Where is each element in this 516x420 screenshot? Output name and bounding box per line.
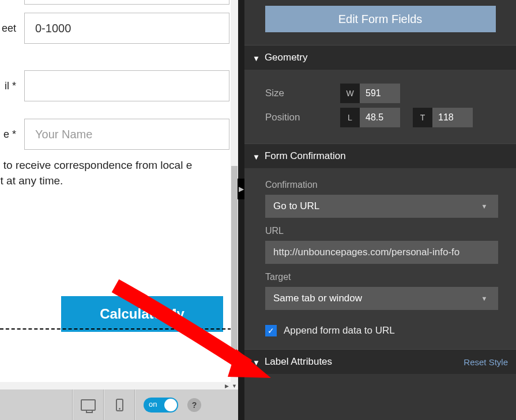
- form-container: ns eet il * e * e to receive corresponde…: [0, 0, 236, 188]
- mobile-view-button[interactable]: [104, 389, 135, 420]
- disclaimer-text: e to receive correspondence from local e…: [0, 158, 229, 188]
- toggle-label: on: [149, 400, 157, 408]
- append-data-row: ✓ Append form data to URL: [265, 325, 506, 336]
- desktop-icon: [81, 399, 96, 411]
- position-label: Position: [265, 112, 340, 123]
- select-value: Go to URL: [273, 200, 319, 212]
- section-title: Geometry: [265, 52, 308, 63]
- left-tag: L: [340, 108, 360, 127]
- name-input[interactable]: [24, 119, 229, 150]
- toggle-container: on ?: [135, 389, 244, 420]
- chevron-down-icon: ▼: [253, 54, 260, 63]
- help-button[interactable]: ?: [187, 398, 201, 412]
- caret-down-icon: ▼: [477, 195, 491, 218]
- mobile-icon: [116, 399, 123, 411]
- section-boundary: [0, 328, 231, 330]
- top-field: T: [413, 108, 473, 127]
- chevron-down-icon: ▼: [253, 153, 260, 161]
- toggle-knob: [164, 399, 177, 411]
- width-tag: W: [340, 84, 360, 103]
- form-row: eet: [0, 13, 229, 44]
- select-value: Same tab or window: [273, 293, 362, 304]
- geometry-body: Size W Position L T: [244, 70, 516, 143]
- form-row: il *: [0, 70, 229, 101]
- confirmation-select[interactable]: Go to URL ▼: [265, 195, 498, 218]
- top-input[interactable]: [432, 108, 473, 127]
- form-canvas: ns eet il * e * e to receive corresponde…: [0, 0, 244, 420]
- visibility-toggle[interactable]: on: [144, 398, 178, 413]
- panel-divider: ▶: [238, 0, 244, 420]
- field-label: eet: [0, 22, 16, 35]
- text-input[interactable]: [24, 13, 229, 44]
- field-label: il *: [0, 80, 16, 92]
- section-title: Label Attributes: [265, 356, 332, 368]
- toolbar-spacer: [0, 389, 73, 420]
- scroll-right-icon[interactable]: ▶: [223, 382, 231, 389]
- text-input[interactable]: [24, 0, 229, 5]
- left-input[interactable]: [360, 108, 400, 127]
- disclaimer-line: nt at any time.: [0, 173, 229, 189]
- calculate-button[interactable]: Calculate My: [61, 296, 223, 332]
- reset-style-link[interactable]: Reset Style: [464, 357, 508, 367]
- width-input[interactable]: [360, 84, 400, 103]
- section-header-label-attrs[interactable]: ▼ Label Attributes Reset Style: [244, 349, 516, 374]
- properties-panel: Edit Form Fields ▼ Geometry Size W Posit…: [244, 0, 516, 420]
- horizontal-scrollbar[interactable]: ▶: [0, 382, 231, 389]
- url-label: URL: [265, 226, 506, 236]
- form-row: e *: [0, 119, 229, 150]
- device-toolbar: on ?: [0, 389, 244, 420]
- width-field: W: [340, 84, 400, 103]
- section-header-confirmation[interactable]: ▼ Form Confirmation: [244, 143, 516, 168]
- caret-down-icon: ▼: [477, 287, 491, 310]
- disclaimer-line: e to receive correspondence from local e: [0, 158, 229, 173]
- append-data-label: Append form data to URL: [284, 325, 395, 336]
- top-tag: T: [413, 108, 432, 127]
- confirmation-label: Confirmation: [265, 180, 506, 190]
- size-label: Size: [265, 88, 340, 99]
- url-input[interactable]: [265, 241, 498, 264]
- chevron-down-icon: ▼: [253, 358, 260, 367]
- target-label: Target: [265, 272, 506, 282]
- append-data-checkbox[interactable]: ✓: [265, 325, 277, 336]
- form-row: ns: [0, 0, 229, 5]
- scrollbar-thumb[interactable]: [231, 166, 238, 362]
- scroll-down-icon[interactable]: ▼: [231, 382, 238, 389]
- left-field: L: [340, 108, 400, 127]
- size-row: Size W: [265, 84, 506, 103]
- desktop-view-button[interactable]: [73, 389, 104, 420]
- edit-form-fields-button[interactable]: Edit Form Fields: [265, 6, 496, 32]
- target-select[interactable]: Same tab or window ▼: [265, 287, 498, 310]
- field-label: e *: [0, 128, 16, 141]
- cta-container: Calculate My: [61, 296, 223, 332]
- position-row: Position L T: [265, 108, 506, 127]
- section-title: Form Confirmation: [265, 150, 346, 162]
- panel-content: Edit Form Fields ▼ Geometry Size W Posit…: [244, 0, 516, 374]
- email-input[interactable]: [24, 70, 229, 101]
- confirmation-body: Confirmation Go to URL ▼ URL Target Same…: [244, 168, 516, 349]
- section-header-geometry[interactable]: ▼ Geometry: [244, 45, 516, 70]
